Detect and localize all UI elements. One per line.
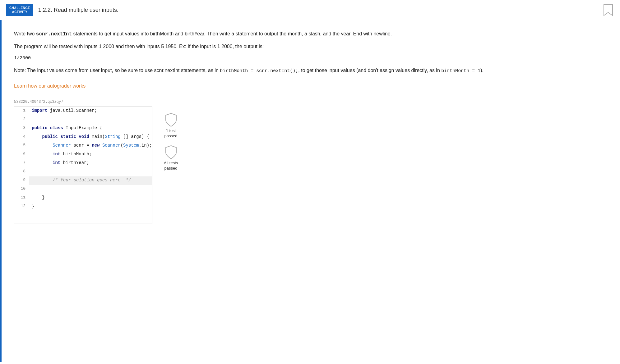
line-content: } (29, 194, 45, 202)
content-area: Write two scnr.nextInt statements to get… (0, 20, 620, 362)
line-number: 10 (14, 185, 29, 194)
line-content: /* Your solution goes here */ (29, 176, 131, 185)
test-result-all: All testspassed (164, 145, 178, 171)
description-block: Write two scnr.nextInt statements to get… (14, 30, 549, 75)
challenge-badge: CHALLENGE ACTIVITY (6, 4, 33, 16)
line-number: 11 (14, 194, 29, 202)
main-content: Write two scnr.nextInt statements to get… (2, 20, 561, 362)
line-number: 5 (14, 142, 29, 150)
line-content (29, 185, 32, 194)
code-line: 5 Scanner scnr = new Scanner(System.in); (14, 142, 152, 150)
code-line-highlighted: 9 /* Your solution goes here */ (14, 176, 152, 185)
line-number: 12 (14, 202, 29, 211)
line-content: public static void main(String [] args) … (29, 133, 149, 142)
line-number: 2 (14, 116, 29, 124)
line-content (29, 168, 32, 176)
line-number: 1 (14, 107, 29, 116)
shield-icon-1 (165, 113, 177, 127)
code-line: 8 (14, 168, 152, 176)
page-title: 1.2.2: Read multiple user inputs. (38, 6, 603, 14)
para2: The program will be tested with inputs 1… (14, 42, 549, 51)
code-snippet-1: birthMonth = scnr.nextInt(); (220, 68, 298, 74)
bookmark-icon (604, 4, 613, 16)
code-line: 12 } (14, 202, 152, 211)
shield-icon-all (165, 145, 177, 159)
line-content: Scanner scnr = new Scanner(System.in); (29, 142, 152, 150)
badge-line1: CHALLENGE (9, 6, 30, 10)
code-line: 4 public static void main(String [] args… (14, 133, 152, 142)
bold-code-scnr: scnr.nextInt (36, 31, 72, 37)
para3: Note: The input values come from user in… (14, 66, 549, 75)
badge-line2: ACTIVITY (12, 10, 28, 14)
line-content: int birthYear; (29, 159, 89, 168)
bookmark-button[interactable] (603, 3, 614, 17)
para1: Write two scnr.nextInt statements to get… (14, 30, 549, 39)
code-line: 3 public class InputExample { (14, 124, 152, 133)
test-label-1: 1 testpassed (164, 128, 178, 139)
line-content (29, 211, 32, 224)
line-content: int birthMonth; (29, 150, 92, 159)
code-line: 2 (14, 116, 152, 124)
header-bar: CHALLENGE ACTIVITY 1.2.2: Read multiple … (0, 0, 620, 20)
code-line-empty (14, 211, 152, 224)
line-number: 3 (14, 124, 29, 133)
line-content: public class InputExample { (29, 124, 102, 133)
editor-wrapper: 1 import java.util.Scanner; 2 3 (14, 107, 549, 224)
code-line: 10 (14, 185, 152, 194)
code-id: 533220.4004372.qx3zqy7 (14, 99, 549, 105)
page-wrapper: CHALLENGE ACTIVITY 1.2.2: Read multiple … (0, 0, 620, 364)
code-snippet-2: birthMonth = 1 (441, 68, 480, 74)
line-number (14, 211, 29, 224)
code-line: 6 int birthMonth; (14, 150, 152, 159)
test-result-1: 1 testpassed (164, 113, 178, 139)
line-number: 6 (14, 150, 29, 159)
line-number: 8 (14, 168, 29, 176)
code-editor-container[interactable]: 1 import java.util.Scanner; 2 3 (14, 107, 152, 224)
test-label-all: All testspassed (164, 161, 178, 171)
line-content: } (29, 202, 34, 211)
example-output: 1/2000 (14, 54, 549, 62)
line-number: 7 (14, 159, 29, 168)
line-number: 4 (14, 133, 29, 142)
autograder-link[interactable]: Learn how our autograder works (14, 83, 86, 89)
svg-marker-0 (604, 4, 613, 16)
code-line: 11 } (14, 194, 152, 202)
code-line: 1 import java.util.Scanner; (14, 107, 152, 116)
line-content (29, 116, 32, 124)
code-line: 7 int birthYear; (14, 159, 152, 168)
line-content: import java.util.Scanner; (29, 107, 97, 116)
code-editor: 1 import java.util.Scanner; 2 3 (14, 107, 152, 224)
line-number: 9 (14, 176, 29, 185)
side-panel: 1 testpassed All testspassed (152, 107, 190, 171)
